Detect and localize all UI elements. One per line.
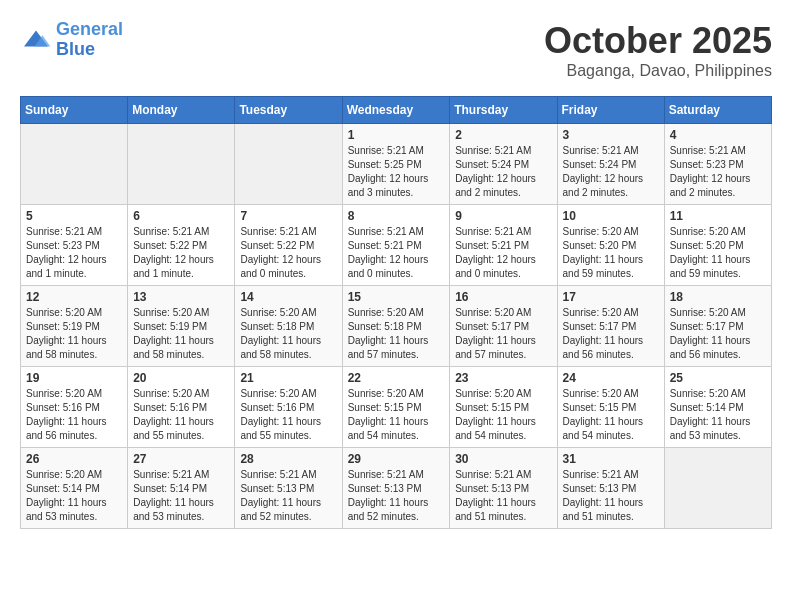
day-number: 23 bbox=[455, 371, 551, 385]
calendar-cell: 5Sunrise: 5:21 AMSunset: 5:23 PMDaylight… bbox=[21, 205, 128, 286]
calendar-cell: 4Sunrise: 5:21 AMSunset: 5:23 PMDaylight… bbox=[664, 124, 771, 205]
calendar-cell: 8Sunrise: 5:21 AMSunset: 5:21 PMDaylight… bbox=[342, 205, 450, 286]
calendar-cell: 21Sunrise: 5:20 AMSunset: 5:16 PMDayligh… bbox=[235, 367, 342, 448]
title-block: October 2025 Baganga, Davao, Philippines bbox=[544, 20, 772, 80]
day-number: 15 bbox=[348, 290, 445, 304]
calendar-cell: 27Sunrise: 5:21 AMSunset: 5:14 PMDayligh… bbox=[128, 448, 235, 529]
cell-content: Sunrise: 5:20 AMSunset: 5:16 PMDaylight:… bbox=[26, 387, 122, 443]
weekday-header-monday: Monday bbox=[128, 97, 235, 124]
calendar-cell: 18Sunrise: 5:20 AMSunset: 5:17 PMDayligh… bbox=[664, 286, 771, 367]
weekday-header-wednesday: Wednesday bbox=[342, 97, 450, 124]
cell-content: Sunrise: 5:20 AMSunset: 5:15 PMDaylight:… bbox=[563, 387, 659, 443]
calendar-cell bbox=[235, 124, 342, 205]
calendar-cell bbox=[664, 448, 771, 529]
calendar-cell: 12Sunrise: 5:20 AMSunset: 5:19 PMDayligh… bbox=[21, 286, 128, 367]
calendar-cell: 30Sunrise: 5:21 AMSunset: 5:13 PMDayligh… bbox=[450, 448, 557, 529]
cell-content: Sunrise: 5:20 AMSunset: 5:20 PMDaylight:… bbox=[670, 225, 766, 281]
calendar-cell bbox=[21, 124, 128, 205]
calendar-cell: 14Sunrise: 5:20 AMSunset: 5:18 PMDayligh… bbox=[235, 286, 342, 367]
logo-icon bbox=[20, 24, 52, 56]
week-row-4: 19Sunrise: 5:20 AMSunset: 5:16 PMDayligh… bbox=[21, 367, 772, 448]
cell-content: Sunrise: 5:21 AMSunset: 5:25 PMDaylight:… bbox=[348, 144, 445, 200]
cell-content: Sunrise: 5:20 AMSunset: 5:15 PMDaylight:… bbox=[455, 387, 551, 443]
calendar-cell: 31Sunrise: 5:21 AMSunset: 5:13 PMDayligh… bbox=[557, 448, 664, 529]
day-number: 25 bbox=[670, 371, 766, 385]
calendar-cell: 10Sunrise: 5:20 AMSunset: 5:20 PMDayligh… bbox=[557, 205, 664, 286]
day-number: 28 bbox=[240, 452, 336, 466]
location: Baganga, Davao, Philippines bbox=[544, 62, 772, 80]
day-number: 4 bbox=[670, 128, 766, 142]
weekday-header-tuesday: Tuesday bbox=[235, 97, 342, 124]
day-number: 11 bbox=[670, 209, 766, 223]
cell-content: Sunrise: 5:20 AMSunset: 5:16 PMDaylight:… bbox=[133, 387, 229, 443]
month-title: October 2025 bbox=[544, 20, 772, 62]
cell-content: Sunrise: 5:21 AMSunset: 5:13 PMDaylight:… bbox=[348, 468, 445, 524]
cell-content: Sunrise: 5:21 AMSunset: 5:24 PMDaylight:… bbox=[563, 144, 659, 200]
calendar-cell: 24Sunrise: 5:20 AMSunset: 5:15 PMDayligh… bbox=[557, 367, 664, 448]
day-number: 30 bbox=[455, 452, 551, 466]
cell-content: Sunrise: 5:21 AMSunset: 5:22 PMDaylight:… bbox=[240, 225, 336, 281]
calendar-cell: 19Sunrise: 5:20 AMSunset: 5:16 PMDayligh… bbox=[21, 367, 128, 448]
day-number: 19 bbox=[26, 371, 122, 385]
calendar-cell: 20Sunrise: 5:20 AMSunset: 5:16 PMDayligh… bbox=[128, 367, 235, 448]
calendar-cell: 9Sunrise: 5:21 AMSunset: 5:21 PMDaylight… bbox=[450, 205, 557, 286]
week-row-2: 5Sunrise: 5:21 AMSunset: 5:23 PMDaylight… bbox=[21, 205, 772, 286]
day-number: 24 bbox=[563, 371, 659, 385]
cell-content: Sunrise: 5:20 AMSunset: 5:17 PMDaylight:… bbox=[670, 306, 766, 362]
calendar-cell: 28Sunrise: 5:21 AMSunset: 5:13 PMDayligh… bbox=[235, 448, 342, 529]
day-number: 29 bbox=[348, 452, 445, 466]
week-row-5: 26Sunrise: 5:20 AMSunset: 5:14 PMDayligh… bbox=[21, 448, 772, 529]
day-number: 6 bbox=[133, 209, 229, 223]
cell-content: Sunrise: 5:20 AMSunset: 5:18 PMDaylight:… bbox=[240, 306, 336, 362]
calendar-cell: 25Sunrise: 5:20 AMSunset: 5:14 PMDayligh… bbox=[664, 367, 771, 448]
page-header: General Blue October 2025 Baganga, Davao… bbox=[20, 20, 772, 80]
day-number: 20 bbox=[133, 371, 229, 385]
day-number: 31 bbox=[563, 452, 659, 466]
cell-content: Sunrise: 5:21 AMSunset: 5:13 PMDaylight:… bbox=[563, 468, 659, 524]
calendar-cell: 26Sunrise: 5:20 AMSunset: 5:14 PMDayligh… bbox=[21, 448, 128, 529]
day-number: 7 bbox=[240, 209, 336, 223]
weekday-header-row: SundayMondayTuesdayWednesdayThursdayFrid… bbox=[21, 97, 772, 124]
calendar-cell bbox=[128, 124, 235, 205]
cell-content: Sunrise: 5:20 AMSunset: 5:20 PMDaylight:… bbox=[563, 225, 659, 281]
cell-content: Sunrise: 5:21 AMSunset: 5:21 PMDaylight:… bbox=[455, 225, 551, 281]
cell-content: Sunrise: 5:20 AMSunset: 5:14 PMDaylight:… bbox=[26, 468, 122, 524]
day-number: 17 bbox=[563, 290, 659, 304]
cell-content: Sunrise: 5:21 AMSunset: 5:24 PMDaylight:… bbox=[455, 144, 551, 200]
calendar: SundayMondayTuesdayWednesdayThursdayFrid… bbox=[20, 96, 772, 529]
cell-content: Sunrise: 5:20 AMSunset: 5:18 PMDaylight:… bbox=[348, 306, 445, 362]
weekday-header-friday: Friday bbox=[557, 97, 664, 124]
cell-content: Sunrise: 5:20 AMSunset: 5:14 PMDaylight:… bbox=[670, 387, 766, 443]
weekday-header-saturday: Saturday bbox=[664, 97, 771, 124]
logo: General Blue bbox=[20, 20, 123, 60]
calendar-cell: 1Sunrise: 5:21 AMSunset: 5:25 PMDaylight… bbox=[342, 124, 450, 205]
calendar-cell: 15Sunrise: 5:20 AMSunset: 5:18 PMDayligh… bbox=[342, 286, 450, 367]
day-number: 22 bbox=[348, 371, 445, 385]
calendar-cell: 6Sunrise: 5:21 AMSunset: 5:22 PMDaylight… bbox=[128, 205, 235, 286]
cell-content: Sunrise: 5:21 AMSunset: 5:13 PMDaylight:… bbox=[455, 468, 551, 524]
calendar-cell: 2Sunrise: 5:21 AMSunset: 5:24 PMDaylight… bbox=[450, 124, 557, 205]
weekday-header-sunday: Sunday bbox=[21, 97, 128, 124]
day-number: 18 bbox=[670, 290, 766, 304]
cell-content: Sunrise: 5:21 AMSunset: 5:23 PMDaylight:… bbox=[26, 225, 122, 281]
cell-content: Sunrise: 5:20 AMSunset: 5:15 PMDaylight:… bbox=[348, 387, 445, 443]
cell-content: Sunrise: 5:21 AMSunset: 5:23 PMDaylight:… bbox=[670, 144, 766, 200]
calendar-cell: 16Sunrise: 5:20 AMSunset: 5:17 PMDayligh… bbox=[450, 286, 557, 367]
day-number: 5 bbox=[26, 209, 122, 223]
day-number: 21 bbox=[240, 371, 336, 385]
calendar-cell: 29Sunrise: 5:21 AMSunset: 5:13 PMDayligh… bbox=[342, 448, 450, 529]
cell-content: Sunrise: 5:21 AMSunset: 5:21 PMDaylight:… bbox=[348, 225, 445, 281]
cell-content: Sunrise: 5:20 AMSunset: 5:19 PMDaylight:… bbox=[133, 306, 229, 362]
cell-content: Sunrise: 5:20 AMSunset: 5:19 PMDaylight:… bbox=[26, 306, 122, 362]
day-number: 8 bbox=[348, 209, 445, 223]
day-number: 2 bbox=[455, 128, 551, 142]
day-number: 14 bbox=[240, 290, 336, 304]
cell-content: Sunrise: 5:20 AMSunset: 5:16 PMDaylight:… bbox=[240, 387, 336, 443]
day-number: 1 bbox=[348, 128, 445, 142]
day-number: 27 bbox=[133, 452, 229, 466]
calendar-cell: 22Sunrise: 5:20 AMSunset: 5:15 PMDayligh… bbox=[342, 367, 450, 448]
week-row-1: 1Sunrise: 5:21 AMSunset: 5:25 PMDaylight… bbox=[21, 124, 772, 205]
week-row-3: 12Sunrise: 5:20 AMSunset: 5:19 PMDayligh… bbox=[21, 286, 772, 367]
day-number: 9 bbox=[455, 209, 551, 223]
calendar-cell: 17Sunrise: 5:20 AMSunset: 5:17 PMDayligh… bbox=[557, 286, 664, 367]
